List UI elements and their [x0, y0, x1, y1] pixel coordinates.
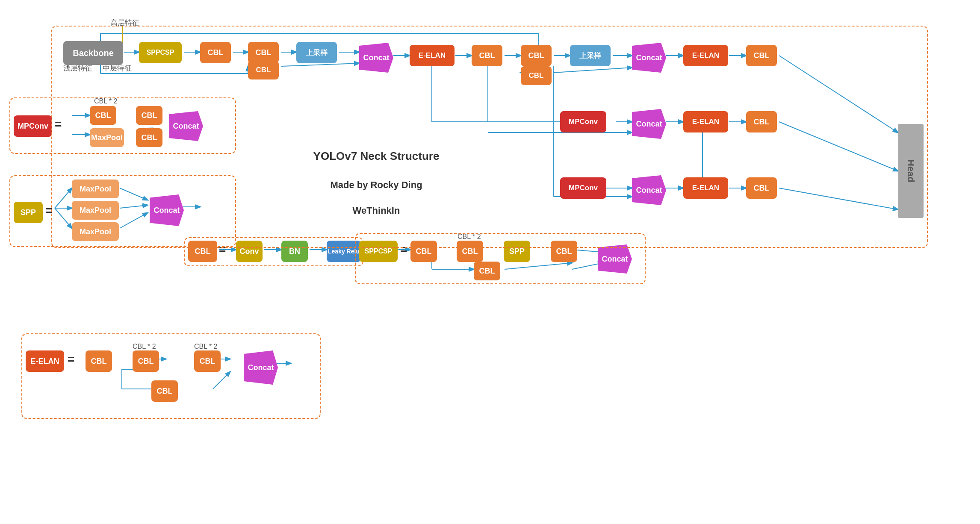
sppcsp-concat: Concat [598, 244, 632, 274]
eelan-cbl1: CBL [86, 350, 112, 372]
sppcsp-cbl4: CBL [474, 262, 500, 280]
subtitle1: Made by Rocky Ding [248, 180, 505, 191]
eelan-cbl-x2-label2: CBL * 2 [194, 343, 218, 350]
eelan-concat: Concat [244, 350, 278, 385]
eelan-cbl2: CBL [133, 350, 159, 372]
head-node: Head [898, 124, 924, 218]
eelan-cbl3: CBL [194, 350, 221, 372]
eelan-cbl4: CBL [151, 380, 178, 402]
title: YOLOv7 Neck Structure [248, 150, 505, 163]
eelan-legend-node: E-ELAN [26, 350, 64, 372]
diagram-container: CBL = Conv BN Leaky Relu MPConv = CBL CB… [0, 0, 980, 524]
spp-legend-node: SPP [14, 202, 43, 223]
eelan-equals: = [68, 353, 74, 366]
eelan-legend-box [21, 333, 321, 419]
mpconv-legend-node: MPConv [14, 115, 52, 137]
subtitle2: WeThinkIn [248, 205, 505, 216]
eelan-cbl-x2-label1: CBL * 2 [133, 343, 156, 350]
